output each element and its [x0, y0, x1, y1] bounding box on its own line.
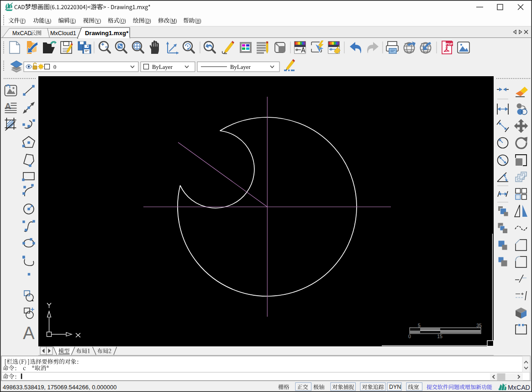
svg-text:A: A	[23, 324, 35, 343]
svg-text:5: 5	[418, 323, 421, 328]
svg-text:498633.538419, 175069.544266,: 498633.538419, 175069.544266, 0.000000	[3, 384, 116, 391]
svg-text:A: A	[5, 101, 11, 111]
svg-text:MxCAD: MxCAD	[508, 384, 530, 391]
svg-text:DYN: DYN	[389, 384, 401, 390]
svg-text:0: 0	[408, 334, 411, 339]
svg-text:Drawing1.mxg*: Drawing1.mxg*	[85, 30, 129, 37]
svg-text:MxCloud1: MxCloud1	[50, 30, 76, 37]
svg-text:35: 35	[476, 323, 482, 328]
svg-text:15: 15	[437, 334, 442, 339]
svg-text:PDF: PDF	[446, 42, 453, 46]
svg-text:MxCAD: MxCAD	[12, 30, 32, 37]
